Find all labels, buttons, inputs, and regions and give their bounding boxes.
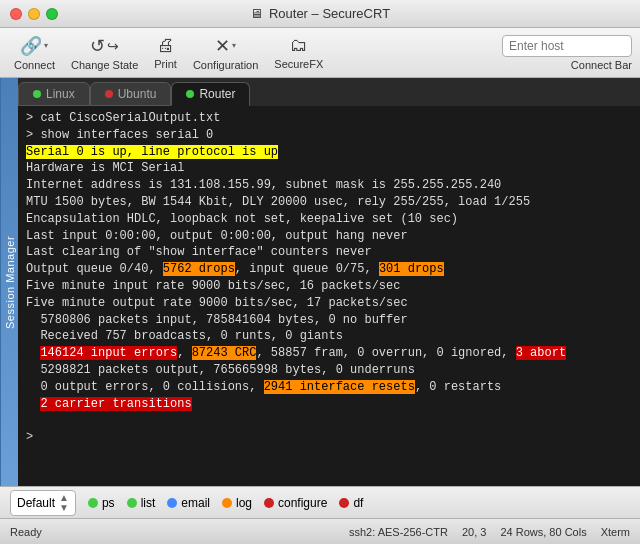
- term-line: [26, 412, 632, 429]
- indicator-ps-dot: [88, 498, 98, 508]
- connect-button[interactable]: 🔗 ▾ Connect: [8, 31, 61, 75]
- term-line: 0 output errors, 0 collisions, 2941 inte…: [26, 379, 632, 396]
- term-line: > cat CiscoSerialOutput.txt: [26, 110, 632, 127]
- configuration-button[interactable]: ✕ ▾ Configuration: [187, 31, 264, 75]
- close-button[interactable]: [10, 8, 22, 20]
- indicator-df[interactable]: df: [339, 496, 363, 510]
- indicator-email[interactable]: email: [167, 496, 210, 510]
- highlight-crc: 87243 CRC: [192, 346, 257, 360]
- print-button[interactable]: 🖨 Print: [148, 31, 183, 74]
- highlight-input-errors: 146124 input errors: [40, 346, 177, 360]
- status-bar: Default ▲▼ ps list email log configure d…: [0, 486, 640, 518]
- term-prompt: >: [26, 429, 632, 446]
- tabs-bar: Linux Ubuntu Router: [18, 78, 640, 106]
- print-icon: 🖨: [157, 35, 175, 56]
- term-line: Five minute input rate 9000 bits/sec, 16…: [26, 278, 632, 295]
- indicator-ps[interactable]: ps: [88, 496, 115, 510]
- indicator-configure-label: configure: [278, 496, 327, 510]
- tab-linux-dot: [33, 90, 41, 98]
- change-state-icon2: ↪: [107, 38, 119, 54]
- indicator-df-label: df: [353, 496, 363, 510]
- bottom-bar-info: ssh2: AES-256-CTR 20, 3 24 Rows, 80 Cols…: [349, 526, 630, 538]
- indicator-list[interactable]: list: [127, 496, 156, 510]
- term-line: Last input 0:00:00, output 0:00:00, outp…: [26, 228, 632, 245]
- term-line: Internet address is 131.108.155.99, subn…: [26, 177, 632, 194]
- term-line: 5298821 packets output, 765665998 bytes,…: [26, 362, 632, 379]
- indicator-df-dot: [339, 498, 349, 508]
- window-icon: 🖥: [250, 6, 263, 21]
- indicator-configure-dot: [264, 498, 274, 508]
- window-title: 🖥 Router – SecureCRT: [250, 6, 390, 21]
- cursor-position: 20, 3: [462, 526, 486, 538]
- term-line: Encapsulation HDLC, loopback not set, ke…: [26, 211, 632, 228]
- tab-router-dot: [186, 90, 194, 98]
- term-line: MTU 1500 bytes, BW 1544 Kbit, DLY 20000 …: [26, 194, 632, 211]
- minimize-button[interactable]: [28, 8, 40, 20]
- session-dropdown[interactable]: Default ▲▼: [10, 490, 76, 516]
- bottom-bar: Ready ssh2: AES-256-CTR 20, 3 24 Rows, 8…: [0, 518, 640, 544]
- term-line: Received 757 broadcasts, 0 runts, 0 gian…: [26, 328, 632, 345]
- terminal-output: > cat CiscoSerialOutput.txt > show inter…: [18, 106, 640, 486]
- terminal-container: Linux Ubuntu Router > cat CiscoSerialOut…: [18, 78, 640, 486]
- term-line: Last clearing of "show interface" counte…: [26, 244, 632, 261]
- tab-ubuntu-dot: [105, 90, 113, 98]
- indicator-list-dot: [127, 498, 137, 508]
- indicator-log[interactable]: log: [222, 496, 252, 510]
- change-state-button[interactable]: ↺ ↪ Change State: [65, 31, 144, 75]
- ready-status: Ready: [10, 526, 329, 538]
- indicator-email-label: email: [181, 496, 210, 510]
- session-dropdown-label: Default: [17, 496, 55, 510]
- indicator-log-label: log: [236, 496, 252, 510]
- dropdown-chevrons-icon: ▲▼: [59, 493, 69, 513]
- configuration-icon: ✕: [215, 35, 230, 57]
- term-line: 5780806 packets input, 785841604 bytes, …: [26, 312, 632, 329]
- session-manager-sidebar[interactable]: Session Manager: [0, 78, 18, 486]
- tab-linux-label: Linux: [46, 87, 75, 101]
- tab-ubuntu[interactable]: Ubuntu: [90, 82, 172, 106]
- indicator-ps-label: ps: [102, 496, 115, 510]
- tab-router-label: Router: [199, 87, 235, 101]
- tab-linux[interactable]: Linux: [18, 82, 90, 106]
- maximize-button[interactable]: [46, 8, 58, 20]
- securefx-icon: 🗂: [290, 35, 308, 56]
- highlight-carrier: 2 carrier transitions: [40, 397, 191, 411]
- highlight-resets: 2941 interface resets: [264, 380, 415, 394]
- term-line: Hardware is MCI Serial: [26, 160, 632, 177]
- indicator-email-dot: [167, 498, 177, 508]
- highlight-serial-up: Serial 0 is up, line protocol is up: [26, 145, 278, 159]
- terminal-dimensions: 24 Rows, 80 Cols: [500, 526, 586, 538]
- title-bar: 🖥 Router – SecureCRT: [0, 0, 640, 28]
- indicator-log-dot: [222, 498, 232, 508]
- tab-ubuntu-label: Ubuntu: [118, 87, 157, 101]
- change-state-icon: ↺: [90, 35, 105, 57]
- term-line: Five minute output rate 9000 bits/sec, 1…: [26, 295, 632, 312]
- highlight-drops2: 301 drops: [379, 262, 444, 276]
- securefx-button[interactable]: 🗂 SecureFX: [268, 31, 329, 74]
- term-line: 2 carrier transitions: [26, 396, 632, 413]
- toolbar: 🔗 ▾ Connect ↺ ↪ Change State 🖨 Print ✕ ▾…: [0, 28, 640, 78]
- highlight-drops1: 5762 drops: [163, 262, 235, 276]
- host-input[interactable]: [502, 35, 632, 57]
- connect-icon: 🔗: [20, 35, 42, 57]
- traffic-lights: [10, 8, 58, 20]
- indicator-configure[interactable]: configure: [264, 496, 327, 510]
- tab-router[interactable]: Router: [171, 82, 250, 106]
- terminal-type: Xterm: [601, 526, 630, 538]
- term-line: Output queue 0/40, 5762 drops, input que…: [26, 261, 632, 278]
- connect-bar-area: Connect Bar: [502, 35, 632, 71]
- term-line: Serial 0 is up, line protocol is up: [26, 144, 632, 161]
- main-area: Session Manager Linux Ubuntu Router > ca…: [0, 78, 640, 486]
- ssh-info: ssh2: AES-256-CTR: [349, 526, 448, 538]
- term-line: 146124 input errors, 87243 CRC, 58857 fr…: [26, 345, 632, 362]
- highlight-abort: 3 abort: [516, 346, 566, 360]
- term-line: > show interfaces serial 0: [26, 127, 632, 144]
- indicator-list-label: list: [141, 496, 156, 510]
